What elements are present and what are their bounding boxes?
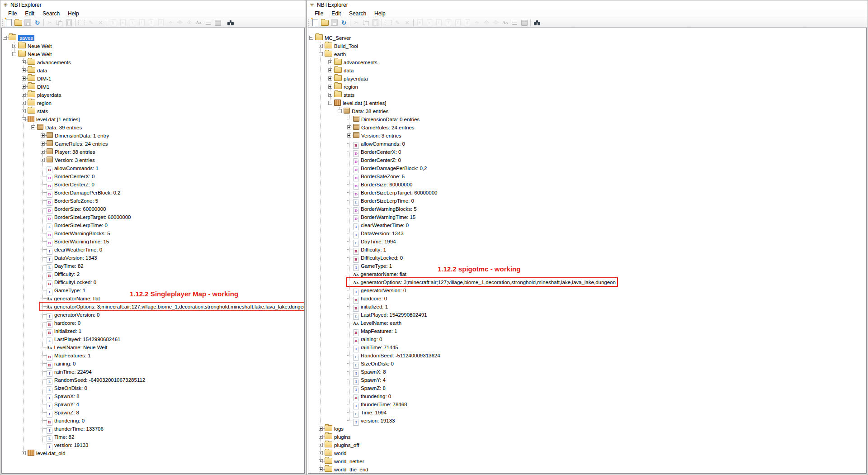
expand-icon[interactable] xyxy=(22,85,26,89)
save-button[interactable] xyxy=(330,18,339,27)
expand-icon[interactable] xyxy=(319,44,323,48)
tree-node-label[interactable]: generatorVersion: 0 xyxy=(54,312,99,318)
delete-button[interactable]: × xyxy=(403,18,411,27)
tree-node-label[interactable]: BorderCenterX: 0 xyxy=(54,174,95,179)
paste-button[interactable] xyxy=(65,18,73,27)
collapse-icon[interactable] xyxy=(3,36,7,40)
tree-node-label[interactable]: DataVersion: 1343 xyxy=(54,255,97,261)
tree-node-label[interactable]: Version: 3 entries xyxy=(361,133,401,138)
tree-node-label[interactable]: region xyxy=(344,84,358,90)
tag-short-button[interactable]: s xyxy=(118,18,127,27)
tree-node-label[interactable]: DayTime: 82 xyxy=(54,263,84,269)
tag-list-button[interactable] xyxy=(510,18,519,27)
tree-node-label[interactable]: LevelName: Neue Welt xyxy=(54,345,107,350)
tag-byte-button[interactable]: b xyxy=(109,18,118,27)
tree-node-label[interactable]: Neue Welt- xyxy=(28,52,53,57)
tree-node-label[interactable]: MapFeatures: 1 xyxy=(54,353,91,358)
tree-node-label[interactable]: DimensionData: 1 entry xyxy=(55,133,109,138)
tree-node-label[interactable]: DataVersion: 1343 xyxy=(361,231,404,236)
menu-item-file[interactable]: File xyxy=(311,10,327,17)
tree-node-label[interactable]: GameType: 1 xyxy=(361,263,392,269)
tag-long-array-button[interactable]: <1> xyxy=(185,18,193,27)
tree-view[interactable]: savesNeue WeltNeue Welt-advancementsdata… xyxy=(1,28,305,474)
tree-node-label[interactable]: BorderWarningBlocks: 5 xyxy=(361,206,417,212)
copy-button[interactable] xyxy=(362,18,370,27)
tree-node-label[interactable]: RandomSeed: -6490320010673285112 xyxy=(54,377,145,383)
tag-float-button[interactable]: f xyxy=(453,18,462,27)
expand-icon[interactable] xyxy=(22,109,26,113)
tag-long-button[interactable]: l xyxy=(444,18,453,27)
expand-icon[interactable] xyxy=(328,60,332,64)
expand-icon[interactable] xyxy=(22,93,26,97)
expand-icon[interactable] xyxy=(41,150,45,154)
search-button[interactable] xyxy=(226,18,235,27)
tag-double-button[interactable]: d xyxy=(156,18,165,27)
tree-node-label[interactable]: generatorName: flat xyxy=(360,271,406,277)
collapse-icon[interactable] xyxy=(12,52,16,56)
tree-node-label[interactable]: thundering: 0 xyxy=(361,394,391,399)
save-button[interactable] xyxy=(24,18,32,27)
open-folder-button[interactable] xyxy=(14,18,23,27)
tag-float-button[interactable]: f xyxy=(147,18,156,27)
tag-long-array-button[interactable]: <1> xyxy=(491,18,500,27)
tree-node-label[interactable]: level.dat [1 entries] xyxy=(36,117,80,122)
expand-icon[interactable] xyxy=(319,459,323,463)
tree-node-label[interactable]: level.dat [1 entries] xyxy=(343,100,387,106)
tree-node-label[interactable]: Time: 82 xyxy=(54,434,74,440)
collapse-icon[interactable] xyxy=(22,117,26,121)
tree-node-label[interactable]: DayTime: 1994 xyxy=(361,239,396,244)
tree-node-label[interactable]: raining: 0 xyxy=(361,337,382,342)
open-folder-button[interactable] xyxy=(321,18,329,27)
tree-node-label[interactable]: allowCommands: 1 xyxy=(54,166,99,171)
tag-string-button[interactable]: AA xyxy=(194,18,203,27)
expand-icon[interactable] xyxy=(41,133,45,138)
collapse-icon[interactable] xyxy=(338,109,342,113)
tree-node-label[interactable]: SpawnX: 8 xyxy=(54,394,80,399)
tree-node-label[interactable]: BorderSafeZone: 5 xyxy=(54,198,98,204)
tree-node-label[interactable]: logs xyxy=(334,426,344,432)
tree-node-label[interactable]: version: 19133 xyxy=(54,442,88,448)
tag-list-button[interactable] xyxy=(204,18,212,27)
tree-node-label[interactable]: rainTime: 22494 xyxy=(54,369,92,375)
tag-int-button[interactable]: i xyxy=(128,18,137,27)
tree-node-label[interactable]: BorderSizeLerpTarget: 60000000 xyxy=(54,214,131,220)
tag-double-button[interactable]: d xyxy=(463,18,472,27)
tree-node-label[interactable]: Time: 1994 xyxy=(361,410,387,415)
collapse-icon[interactable] xyxy=(309,36,313,40)
tree-node-label[interactable]: SizeOnDisk: 0 xyxy=(54,385,87,391)
tag-compound-button[interactable] xyxy=(520,18,528,27)
tree-node-label[interactable]: SpawnY: 4 xyxy=(54,402,79,407)
edit-value-button[interactable]: ✎ xyxy=(393,18,402,27)
expand-icon[interactable] xyxy=(328,93,332,97)
tag-byte-array-button[interactable]: <> xyxy=(166,18,175,27)
tree-node-label[interactable]: MC_Server xyxy=(325,35,351,41)
tree-node-label[interactable]: MapFeatures: 1 xyxy=(361,328,397,334)
tree-node-label[interactable]: generatorName: flat xyxy=(54,296,100,301)
tree-node-label[interactable]: initialized: 1 xyxy=(361,304,388,309)
tree-node-label[interactable]: SpawnX: 8 xyxy=(361,369,386,375)
tree-node-label[interactable]: version: 19133 xyxy=(361,418,395,423)
tree-node-label[interactable]: DimensionData: 0 entries xyxy=(361,117,420,122)
tree-node-label[interactable]: world_the_end xyxy=(334,467,368,472)
tree-node-label[interactable]: RandomSeed: -511240009313624 xyxy=(361,353,440,358)
tag-compound-button[interactable] xyxy=(213,18,222,27)
tree-node-label[interactable]: clearWeatherTime: 0 xyxy=(361,223,409,228)
tree-node-label[interactable]: SpawnZ: 8 xyxy=(361,385,386,391)
expand-icon[interactable] xyxy=(328,85,332,89)
tree-node-label[interactable]: thunderTime: 133706 xyxy=(54,426,104,432)
tag-int-array-button[interactable]: <0> xyxy=(175,18,184,27)
collapse-icon[interactable] xyxy=(319,52,323,56)
expand-icon[interactable] xyxy=(41,158,45,162)
tree-node-label[interactable]: GameType: 1 xyxy=(54,288,85,293)
expand-icon[interactable] xyxy=(328,68,332,72)
tree-node-label[interactable]: data xyxy=(37,68,47,73)
copy-button[interactable] xyxy=(55,18,64,27)
tree-node-label[interactable]: Neue Welt xyxy=(28,43,52,49)
tree-node-label[interactable]: earth xyxy=(334,52,346,57)
tree-node-label[interactable]: data xyxy=(344,68,354,73)
tree-view[interactable]: MC_ServerBuild_Toolearthadvancementsdata… xyxy=(308,28,867,474)
tree-node-label[interactable]: LevelName: earth xyxy=(360,320,401,326)
tree-node-label[interactable]: BorderWarningTime: 15 xyxy=(361,214,415,220)
tree-node-label[interactable]: LastPlayed: 1542990682461 xyxy=(54,337,120,342)
expand-icon[interactable] xyxy=(41,142,45,146)
